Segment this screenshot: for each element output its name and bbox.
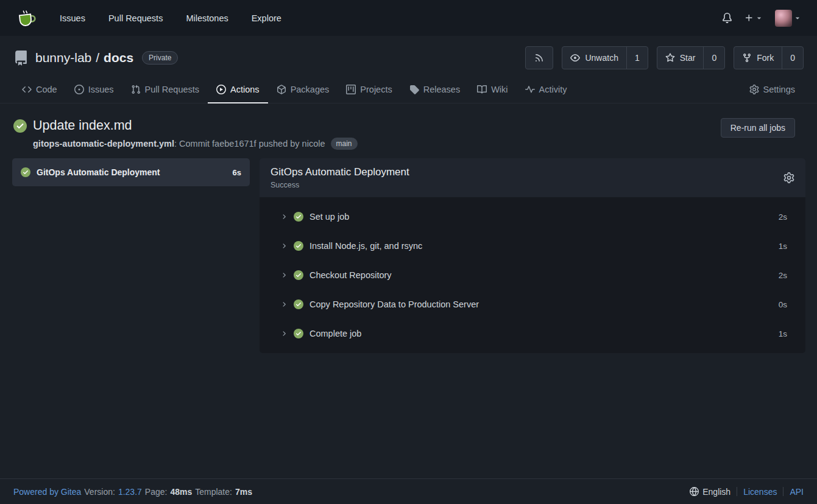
nav-link[interactable]: Milestones <box>186 13 228 23</box>
tab-label: Activity <box>539 85 567 94</box>
success-check-icon <box>21 167 30 177</box>
job-step-row[interactable]: Copy Repository Data to Production Serve… <box>260 290 805 319</box>
repo-separator: / <box>96 51 99 65</box>
success-check-icon <box>294 212 303 222</box>
user-menu-button[interactable] <box>775 10 801 27</box>
licenses-link[interactable]: Licenses <box>743 487 777 497</box>
private-badge: Private <box>142 51 178 65</box>
tab-code[interactable]: Code <box>13 76 66 103</box>
version-label: Version: <box>84 487 115 497</box>
tab-wiki[interactable]: Wiki <box>469 76 516 103</box>
create-new-button[interactable] <box>744 13 763 23</box>
caret-down-icon <box>794 15 801 22</box>
rerun-all-jobs-button[interactable]: Re-run all jobs <box>721 118 795 138</box>
footer: Powered by Gitea Version: 1.23.7 Page: 4… <box>0 478 817 504</box>
chevron-right-icon <box>280 301 288 308</box>
rss-button-group <box>525 46 553 69</box>
footer-divider <box>783 487 783 496</box>
run-header-left: Update index.md gitops-automatic-deploym… <box>13 118 358 150</box>
forks-count[interactable]: 0 <box>782 47 803 69</box>
job-step-row[interactable]: Checkout Repository 2s <box>260 261 805 290</box>
job-list-item[interactable]: GitOps Automatic Deployment 6s <box>12 158 250 186</box>
tab-label: Packages <box>291 85 330 94</box>
repo-owner-link[interactable]: bunny-lab <box>35 51 91 65</box>
success-check-icon <box>294 299 303 309</box>
stars-count[interactable]: 0 <box>703 47 724 69</box>
tab-packages[interactable]: Packages <box>268 76 338 103</box>
nav-link[interactable]: Explore <box>252 13 281 23</box>
watch-button-group: Unwatch 1 <box>562 46 648 69</box>
run-title-row: Update index.md <box>13 118 358 133</box>
version-link[interactable]: 1.23.7 <box>118 487 142 497</box>
tab-issues[interactable]: Issues <box>66 76 122 103</box>
watchers-count[interactable]: 1 <box>626 47 648 69</box>
job-detail-header: GitOps Automatic Deployment Success <box>260 158 805 197</box>
star-button-group: Star 0 <box>657 46 725 69</box>
chevron-right-icon <box>280 213 288 220</box>
tab-spacer <box>575 76 740 103</box>
settings-gear-icon <box>749 85 759 94</box>
tab-releases[interactable]: Releases <box>401 76 469 103</box>
star-icon <box>665 53 675 63</box>
job-step-row[interactable]: Install Node.js, git, and rsync 1s <box>260 231 805 261</box>
tag-icon <box>409 85 419 94</box>
notifications-button[interactable] <box>722 13 732 23</box>
avatar <box>775 10 792 27</box>
step-duration: 0s <box>779 300 787 309</box>
globe-icon <box>690 487 699 496</box>
bell-icon <box>722 13 732 23</box>
job-step-row[interactable]: Set up job 2s <box>260 202 805 231</box>
code-icon <box>22 85 32 94</box>
gitea-logo[interactable] <box>16 8 37 29</box>
star-button[interactable]: Star <box>657 47 704 69</box>
play-circle-icon <box>216 85 226 94</box>
footer-divider <box>737 487 737 496</box>
tab-label: Code <box>36 85 57 94</box>
gitea-cup-icon <box>16 9 36 28</box>
job-sidebar: GitOps Automatic Deployment 6s <box>12 158 250 186</box>
nav-links: Issues Pull Requests Milestones Explore <box>60 13 281 23</box>
tab-projects[interactable]: Projects <box>338 76 400 103</box>
eye-icon <box>570 53 580 63</box>
gear-icon <box>783 172 794 183</box>
repo-name-link[interactable]: docs <box>104 51 133 65</box>
page-time-value: 48ms <box>170 487 192 497</box>
footer-left: Powered by Gitea Version: 1.23.7 Page: 4… <box>13 487 252 497</box>
run-subtitle: gitops-automatic-deployment.yml : Commit… <box>13 138 358 150</box>
fork-button[interactable]: Fork <box>734 47 782 69</box>
fork-label: Fork <box>757 53 774 63</box>
tab-activity[interactable]: Activity <box>517 76 576 103</box>
plus-icon <box>744 13 754 23</box>
chevron-right-icon <box>280 271 288 279</box>
powered-by-gitea-link[interactable]: Powered by Gitea <box>13 487 81 497</box>
tab-pull-requests[interactable]: Pull Requests <box>122 76 208 103</box>
chevron-right-icon <box>280 242 288 250</box>
step-duration: 1s <box>779 329 787 338</box>
tab-actions[interactable]: Actions <box>208 76 268 103</box>
tab-settings[interactable]: Settings <box>741 76 804 103</box>
rss-icon <box>534 53 544 63</box>
step-name: Complete job <box>309 329 361 338</box>
template-time-value: 7ms <box>235 487 252 497</box>
project-icon <box>346 85 356 94</box>
job-step-row[interactable]: Complete job 1s <box>260 319 805 348</box>
step-name: Copy Repository Data to Production Serve… <box>309 299 479 309</box>
branch-badge[interactable]: main <box>331 138 358 150</box>
job-status: Success <box>271 181 409 189</box>
log-settings-button[interactable] <box>783 172 794 183</box>
success-check-icon <box>13 119 27 133</box>
nav-link[interactable]: Issues <box>60 13 85 23</box>
rss-button[interactable] <box>526 47 553 69</box>
step-name: Checkout Repository <box>309 270 392 280</box>
template-time-label: Template: <box>195 487 232 497</box>
repo-name: bunny-lab / docs <box>35 51 133 65</box>
unwatch-button[interactable]: Unwatch <box>562 47 626 69</box>
job-detail-panel: GitOps Automatic Deployment Success Set … <box>260 158 805 353</box>
language-selector[interactable]: English <box>690 487 730 497</box>
nav-link[interactable]: Pull Requests <box>108 13 163 23</box>
run-header: Update index.md gitops-automatic-deploym… <box>0 103 817 150</box>
run-body: GitOps Automatic Deployment 6s GitOps Au… <box>0 150 817 478</box>
api-link[interactable]: API <box>790 487 804 497</box>
gitea-actions-page: Issues Pull Requests Milestones Explore <box>0 0 817 504</box>
footer-right: English Licenses API <box>690 487 804 497</box>
